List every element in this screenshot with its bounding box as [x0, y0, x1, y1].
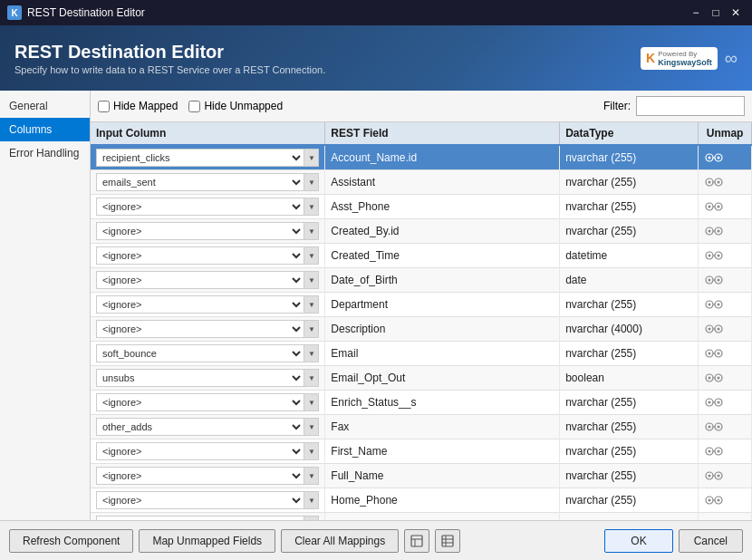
- icon-button-1[interactable]: [404, 529, 429, 553]
- rest-field-cell: Date_of_Birth: [325, 268, 560, 293]
- maximize-button[interactable]: □: [707, 4, 725, 22]
- dropdown-arrow-icon[interactable]: ▼: [304, 418, 319, 436]
- col-header-input: Input Column: [91, 122, 325, 145]
- refresh-button[interactable]: Refresh Component: [9, 529, 133, 553]
- unmap-button[interactable]: [704, 517, 724, 520]
- input-column-select[interactable]: <ignore>: [96, 295, 304, 314]
- dropdown-arrow-icon[interactable]: ▼: [304, 442, 319, 460]
- table-row[interactable]: subs▼idnvarchar (255): [91, 513, 752, 521]
- icon-button-2[interactable]: [435, 529, 460, 553]
- hide-unmapped-checkbox-label[interactable]: Hide Unmapped: [188, 100, 283, 112]
- datatype-cell: nvarchar (255): [560, 293, 699, 317]
- unmap-button[interactable]: [704, 493, 724, 507]
- cancel-button[interactable]: Cancel: [679, 529, 743, 553]
- input-column-select[interactable]: <ignore>: [96, 467, 304, 485]
- dropdown-arrow-icon[interactable]: ▼: [304, 198, 319, 216]
- unmap-button[interactable]: [704, 371, 724, 385]
- hide-mapped-checkbox-label[interactable]: Hide Mapped: [98, 100, 178, 112]
- unmap-cell: [699, 488, 752, 513]
- svg-point-69: [718, 475, 720, 478]
- dropdown-arrow-icon[interactable]: ▼: [304, 149, 319, 167]
- table-row[interactable]: <ignore>▼Descriptionnvarchar (4000): [91, 317, 752, 342]
- footer-right: OK Cancel: [604, 529, 743, 553]
- unmap-cell: [699, 317, 752, 342]
- ok-button[interactable]: OK: [604, 529, 672, 553]
- table-row[interactable]: <ignore>▼Departmentnvarchar (255): [91, 293, 752, 317]
- input-column-select[interactable]: <ignore>: [96, 393, 304, 411]
- input-column-select[interactable]: recipient_clicks: [96, 149, 304, 167]
- rest-field-cell: Asst_Phone: [325, 195, 560, 219]
- table-row[interactable]: <ignore>▼Created_Timedatetime: [91, 244, 752, 268]
- close-button[interactable]: ✕: [727, 4, 745, 22]
- table-row[interactable]: <ignore>▼Asst_Phonenvarchar (255): [91, 195, 752, 219]
- unmap-button[interactable]: [704, 150, 724, 165]
- unmap-button[interactable]: [704, 395, 724, 410]
- dropdown-arrow-icon[interactable]: ▼: [304, 516, 319, 520]
- filter-input[interactable]: [636, 96, 745, 116]
- dropdown-arrow-icon[interactable]: ▼: [304, 393, 319, 411]
- datatype-cell: nvarchar (4000): [560, 317, 699, 342]
- hide-unmapped-checkbox[interactable]: [188, 101, 200, 112]
- map-unmapped-button[interactable]: Map Unmapped Fields: [139, 529, 275, 553]
- dropdown-arrow-icon[interactable]: ▼: [304, 369, 319, 387]
- unmap-button[interactable]: [704, 346, 724, 361]
- table-row[interactable]: <ignore>▼Home_Phonenvarchar (255): [91, 488, 752, 513]
- table-row[interactable]: recipient_clicks▼Account_Name.idnvarchar…: [91, 145, 752, 170]
- unmap-button[interactable]: [704, 273, 724, 287]
- unmap-button[interactable]: [704, 420, 724, 434]
- unmap-button[interactable]: [704, 224, 724, 238]
- sidebar-item-columns[interactable]: Columns: [0, 118, 90, 141]
- dropdown-arrow-icon[interactable]: ▼: [304, 467, 319, 485]
- table-row[interactable]: unsubs▼Email_Opt_Outboolean: [91, 366, 752, 391]
- unmap-button[interactable]: [704, 444, 724, 459]
- table-row[interactable]: <ignore>▼Full_Namenvarchar (255): [91, 464, 752, 488]
- svg-point-28: [709, 279, 711, 282]
- table-row[interactable]: <ignore>▼Enrich_Status__snvarchar (255): [91, 391, 752, 415]
- dropdown-arrow-icon[interactable]: ▼: [304, 222, 319, 240]
- unmap-button[interactable]: [704, 322, 724, 336]
- clear-mappings-button[interactable]: Clear All Mappings: [281, 529, 399, 553]
- unmap-button[interactable]: [704, 297, 724, 312]
- input-column-select[interactable]: <ignore>: [96, 271, 304, 289]
- dropdown-arrow-icon[interactable]: ▼: [304, 491, 319, 509]
- sidebar-item-error-handling[interactable]: Error Handling: [0, 141, 90, 165]
- unmap-cell: [699, 415, 752, 439]
- dropdown-arrow-icon[interactable]: ▼: [304, 173, 319, 191]
- table-row[interactable]: <ignore>▼First_Namenvarchar (255): [91, 439, 752, 464]
- input-column-select[interactable]: <ignore>: [96, 198, 304, 216]
- table-row[interactable]: emails_sent▼Assistantnvarchar (255): [91, 170, 752, 195]
- header-right: K Powered By KingswaySoft ∞: [641, 47, 738, 70]
- dropdown-arrow-icon[interactable]: ▼: [304, 344, 319, 362]
- input-column-cell: emails_sent▼: [91, 170, 325, 195]
- datatype-cell: boolean: [560, 366, 699, 391]
- input-column-select[interactable]: soft_bounce: [96, 344, 304, 362]
- input-column-select[interactable]: <ignore>: [96, 222, 304, 240]
- input-column-select[interactable]: other_adds: [96, 418, 304, 436]
- table-row[interactable]: <ignore>▼Created_By.idnvarchar (255): [91, 219, 752, 244]
- input-column-select[interactable]: <ignore>: [96, 442, 304, 460]
- input-column-select[interactable]: emails_sent: [96, 173, 304, 191]
- dropdown-arrow-icon[interactable]: ▼: [304, 271, 319, 289]
- dropdown-arrow-icon[interactable]: ▼: [304, 246, 319, 265]
- table-row[interactable]: other_adds▼Faxnvarchar (255): [91, 415, 752, 439]
- dropdown-arrow-icon[interactable]: ▼: [304, 320, 319, 338]
- unmap-button[interactable]: [704, 248, 724, 263]
- window-controls: − □ ✕: [687, 4, 745, 22]
- input-column-select[interactable]: <ignore>: [96, 491, 304, 509]
- hide-mapped-checkbox[interactable]: [98, 101, 110, 112]
- unmap-button[interactable]: [704, 199, 724, 214]
- input-column-select[interactable]: <ignore>: [96, 320, 304, 338]
- table-row[interactable]: <ignore>▼Date_of_Birthdate: [91, 268, 752, 293]
- datatype-cell: nvarchar (255): [560, 488, 699, 513]
- input-column-select[interactable]: <ignore>: [96, 246, 304, 265]
- input-column-cell: <ignore>▼: [91, 439, 325, 464]
- footer: Refresh Component Map Unmapped Fields Cl…: [0, 520, 752, 560]
- input-column-select[interactable]: unsubs: [96, 369, 304, 387]
- unmap-button[interactable]: [704, 468, 724, 483]
- table-row[interactable]: soft_bounce▼Emailnvarchar (255): [91, 342, 752, 366]
- input-column-select[interactable]: subs: [96, 516, 304, 520]
- unmap-button[interactable]: [704, 175, 724, 189]
- minimize-button[interactable]: −: [687, 4, 705, 22]
- dropdown-arrow-icon[interactable]: ▼: [304, 295, 319, 314]
- sidebar-item-general[interactable]: General: [0, 94, 90, 118]
